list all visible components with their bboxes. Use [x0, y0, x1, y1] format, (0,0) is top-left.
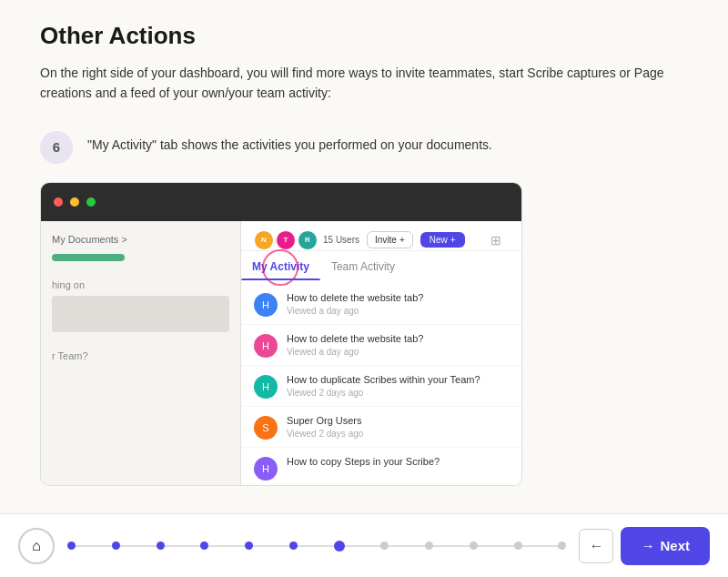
avatar-3: R: [298, 230, 318, 250]
progress-dots: [67, 541, 566, 552]
activity-item-2[interactable]: H How to delete the website tab? Viewed …: [241, 325, 521, 366]
invite-button[interactable]: Invite +: [367, 231, 413, 248]
activity-content-4: Super Org Users Viewed 2 days ago: [287, 414, 363, 439]
avatar-1: N: [254, 230, 274, 250]
activity-icon-4: S: [254, 416, 278, 440]
avatar-2: T: [276, 230, 296, 250]
next-button[interactable]: → Next: [621, 527, 710, 565]
activity-content-2: How to delete the website tab? Viewed a …: [287, 332, 423, 357]
step-row: 6 "My Activity" tab shows the activities…: [40, 129, 688, 164]
topbar-dot-yellow: [70, 197, 79, 207]
progress-dot-3: [157, 542, 165, 550]
header-controls: N T R 15 Users Invite + New +: [254, 230, 465, 250]
progress-dot-1: [67, 542, 76, 550]
activity-content-3: How to duplicate Scribes within your Tea…: [287, 373, 480, 398]
back-button[interactable]: ←: [579, 529, 613, 563]
breadcrumb: My Documents >: [52, 234, 229, 245]
progress-dot-10: [470, 542, 478, 550]
page-title: Other Actions: [40, 22, 688, 50]
tabs-row: My Activity Team Activity: [241, 257, 521, 280]
progress-dot-2: [112, 542, 120, 550]
activity-icon-1: H: [254, 293, 278, 317]
new-button[interactable]: New +: [420, 232, 465, 248]
user-count: 15 Users: [323, 235, 359, 245]
progress-track: [67, 543, 566, 549]
user-avatars: N T R 15 Users: [254, 230, 359, 250]
grid-icon: ⊞: [483, 233, 509, 248]
screenshot-body: My Documents > hing on r Team? N T R 15 …: [41, 221, 521, 485]
tab-my-activity[interactable]: My Activity: [241, 257, 320, 280]
left-panel: My Documents > hing on r Team?: [41, 221, 241, 485]
activity-icon-5: H: [254, 457, 278, 481]
activity-content-1: How to delete the website tab? Viewed a …: [287, 291, 423, 316]
screenshot-topbar: [41, 183, 521, 221]
right-panel: N T R 15 Users Invite + New +: [241, 221, 521, 485]
topbar-dot-red: [54, 197, 63, 207]
progress-dot-8: [380, 542, 389, 550]
activity-item-3[interactable]: H How to duplicate Scribes within your T…: [241, 366, 521, 407]
main-content: Other Actions On the right side of your …: [0, 0, 728, 513]
bottom-bar: ⌂ ← → Next: [0, 513, 728, 577]
activity-list: H How to delete the website tab? Viewed …: [241, 280, 521, 485]
tab-team-activity[interactable]: Team Activity: [320, 257, 406, 280]
activity-icon-2: H: [254, 334, 278, 358]
progress-bar: [52, 254, 125, 261]
team-label: r Team?: [52, 350, 229, 361]
right-panel-header: N T R 15 Users Invite + New +: [241, 221, 521, 251]
step-badge: 6: [40, 131, 73, 164]
activity-item-4[interactable]: S Super Org Users Viewed 2 days ago: [241, 407, 521, 448]
content-placeholder: [52, 296, 229, 332]
progress-dot-11: [514, 542, 522, 550]
progress-dot-12: [558, 542, 566, 550]
screenshot-mockup: My Documents > hing on r Team? N T R 15 …: [40, 182, 522, 486]
activity-item-1[interactable]: H How to delete the website tab? Viewed …: [241, 284, 521, 325]
progress-dot-4: [200, 542, 208, 550]
activity-item-5[interactable]: H How to copy Steps in your Scribe?: [241, 448, 521, 485]
working-label: hing on: [52, 279, 229, 290]
topbar-dot-green: [86, 197, 96, 207]
progress-dot-5: [245, 542, 253, 550]
progress-dot-7-current: [334, 541, 345, 552]
activity-icon-3: H: [254, 375, 278, 399]
home-button[interactable]: ⌂: [18, 528, 55, 564]
nav-buttons: ← → Next: [579, 527, 710, 565]
description-text: On the right side of your dashboard, you…: [40, 63, 688, 104]
progress-dot-6: [289, 542, 298, 550]
activity-content-5: How to copy Steps in your Scribe?: [287, 455, 440, 470]
step-description: "My Activity" tab shows the activities y…: [87, 129, 492, 155]
progress-dot-9: [425, 542, 433, 550]
